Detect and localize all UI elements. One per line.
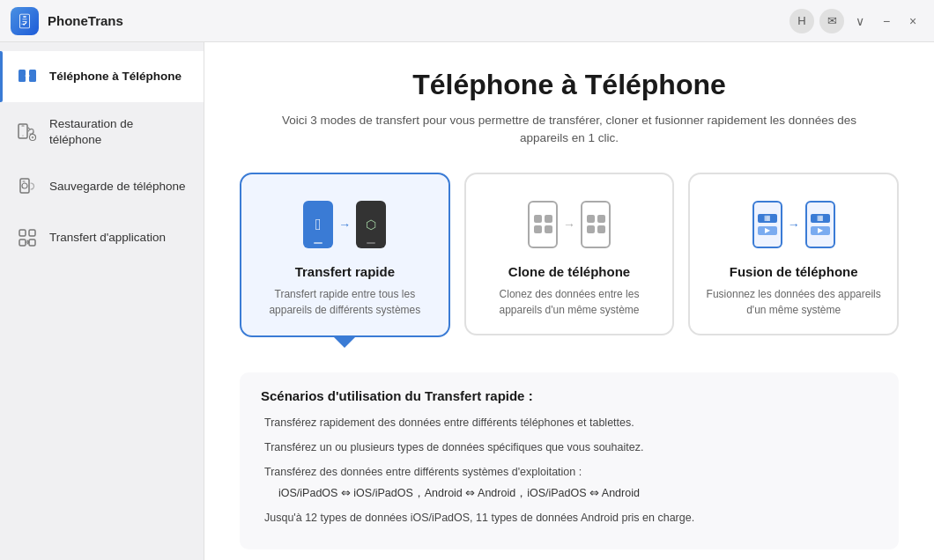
- email-button[interactable]: ✉: [819, 9, 844, 33]
- card-transfert-rapide-desc: Transfert rapide entre tous les appareil…: [257, 286, 433, 318]
- card-fusion-desc: Fusionnez les données des appareils d'un…: [706, 286, 881, 318]
- card-clone-desc: Clonez des données entre les appareils d…: [482, 286, 657, 318]
- app-name: PhoneTrans: [48, 13, 123, 28]
- card-transfert-rapide-title: Transfert rapide: [295, 264, 395, 279]
- card-wrapper-fusion: ▦ ▶ → ▦: [688, 173, 899, 348]
- scenario-item-2: Transférez un ou plusieurs types de donn…: [261, 438, 878, 456]
- card-clone-icon: →: [528, 194, 611, 255]
- scenario-item-4: Jusqu'à 12 types de données iOS/iPadOS, …: [261, 509, 878, 527]
- card-clone-telephone[interactable]: → Clone de: [464, 173, 675, 335]
- scenario-item-3: Transférez des données entre différents …: [261, 463, 878, 502]
- card-fusion-icon: ▦ ▶ → ▦: [752, 194, 835, 255]
- card-fusion-title: Fusion de téléphone: [730, 264, 858, 279]
- telephone-telephone-icon: [16, 65, 39, 88]
- app-logo-icon: [16, 12, 33, 30]
- card-clone-title: Clone de téléphone: [508, 264, 630, 279]
- scenarios-title: Scénarios d'utilisation du Transfert rap…: [261, 388, 878, 403]
- svg-rect-0: [19, 70, 26, 82]
- card-transfert-rapide-icon:  → ⬡: [303, 194, 386, 255]
- minimize-button[interactable]: −: [876, 11, 897, 32]
- scenarios-list: Transférez rapidement des données entre …: [261, 414, 878, 527]
- user-avatar-button[interactable]: H: [789, 9, 814, 33]
- sidebar-item-restauration-label: Restauration de téléphone: [49, 116, 188, 147]
- svg-rect-9: [29, 239, 35, 246]
- cards-row:  → ⬡: [240, 173, 899, 348]
- svg-rect-1: [29, 70, 36, 82]
- systems-text: iOS/iPadOS ⇔ iOS/iPadOS，Android ⇔ Androi…: [264, 484, 878, 502]
- svg-rect-8: [19, 239, 26, 246]
- titlebar: PhoneTrans H ✉ ∨ − ×: [0, 0, 934, 42]
- app-logo: [11, 7, 39, 35]
- page-title: Téléphone à Téléphone: [240, 69, 899, 101]
- transfert-app-icon: [16, 226, 39, 249]
- svg-rect-7: [29, 230, 35, 236]
- svg-point-5: [22, 183, 27, 188]
- sidebar-item-restauration[interactable]: Restauration de téléphone: [0, 102, 204, 161]
- sidebar-item-telephone-telephone[interactable]: Téléphone à Téléphone: [0, 51, 204, 102]
- card-transfert-rapide[interactable]:  → ⬡: [240, 173, 450, 337]
- scenarios-section: Scénarios d'utilisation du Transfert rap…: [240, 372, 899, 549]
- scenario-item-1: Transférez rapidement des données entre …: [261, 414, 878, 431]
- card-active-arrow: [332, 335, 357, 348]
- card-fusion-telephone[interactable]: ▦ ▶ → ▦: [688, 173, 899, 335]
- sidebar-item-transfert-app[interactable]: Transfert d'application: [0, 212, 204, 263]
- sidebar-item-sauvegarde[interactable]: Sauvegarde de téléphone: [0, 161, 204, 212]
- app-body: Téléphone à Téléphone Restauration de té…: [0, 42, 934, 560]
- svg-rect-6: [19, 230, 26, 236]
- sidebar: Téléphone à Téléphone Restauration de té…: [0, 42, 204, 560]
- close-button[interactable]: ×: [902, 11, 923, 32]
- sidebar-item-sauvegarde-label: Sauvegarde de téléphone: [49, 179, 186, 195]
- restauration-icon: [16, 121, 39, 144]
- card-wrapper-transfert-rapide:  → ⬡: [240, 173, 450, 348]
- sidebar-item-telephone-telephone-label: Téléphone à Téléphone: [49, 69, 182, 85]
- card-wrapper-clone: → Clone de: [464, 173, 675, 348]
- sidebar-item-transfert-app-label: Transfert d'application: [49, 230, 166, 246]
- main-content: Téléphone à Téléphone Voici 3 modes de t…: [204, 42, 934, 560]
- sauvegarde-icon: [16, 175, 39, 198]
- page-subtitle: Voici 3 modes de transfert pour vous per…: [270, 112, 869, 148]
- chevron-down-button[interactable]: ∨: [849, 11, 871, 32]
- window-controls: H ✉ ∨ − ×: [789, 9, 923, 33]
